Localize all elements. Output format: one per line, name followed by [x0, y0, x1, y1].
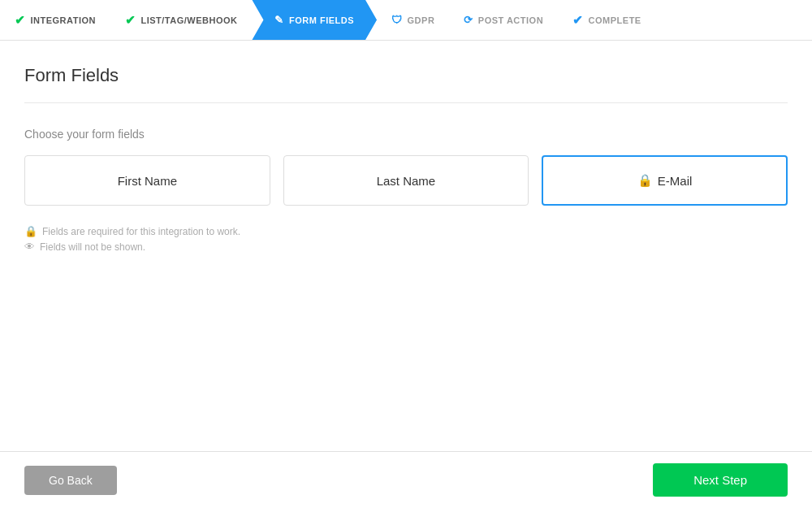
legend-item-hidden: 👁 Fields will not be shown.: [24, 241, 788, 253]
stepper: ✔ INTEGRATION ✔ LIST/TAG/WEBHOOK ✎ FORM …: [0, 0, 812, 41]
check-icon: ✔: [15, 13, 26, 28]
footer: Go Back Next Step: [0, 451, 812, 508]
go-back-button[interactable]: Go Back: [24, 466, 117, 495]
legend-text-required: Fields are required for this integration…: [42, 226, 240, 237]
lock-legend-icon: 🔒: [24, 225, 37, 237]
step-label: GDPR: [408, 15, 435, 25]
step-integration[interactable]: ✔ INTEGRATION: [0, 0, 110, 40]
step-complete[interactable]: ✔ COMPLETE: [558, 0, 656, 40]
field-card-first-name[interactable]: First Name: [24, 155, 270, 206]
step-list-tag-webhook[interactable]: ✔ LIST/TAG/WEBHOOK: [110, 0, 253, 40]
field-label: Last Name: [377, 174, 436, 188]
check-icon: ✔: [572, 13, 584, 28]
field-card-email[interactable]: 🔒 E-Mail: [542, 155, 788, 206]
section-label: Choose your form fields: [24, 128, 788, 141]
step-label: COMPLETE: [589, 15, 641, 25]
step-post-action[interactable]: ⟳ POST ACTION: [449, 0, 558, 40]
legend-item-required: 🔒 Fields are required for this integrati…: [24, 225, 788, 237]
page-title: Form Fields: [24, 65, 788, 103]
refresh-icon: ⟳: [464, 14, 473, 26]
check-icon: ✔: [125, 13, 136, 28]
step-label: POST ACTION: [478, 15, 543, 25]
step-form-fields[interactable]: ✎ FORM FIELDS: [252, 0, 377, 40]
shield-icon: 🛡: [391, 14, 403, 26]
legend: 🔒 Fields are required for this integrati…: [24, 225, 788, 253]
step-gdpr[interactable]: 🛡 GDPR: [377, 0, 449, 40]
step-label: FORM FIELDS: [289, 15, 354, 25]
fields-grid: First Name Last Name 🔒 E-Mail: [24, 155, 788, 206]
eye-legend-icon: 👁: [24, 241, 35, 253]
field-label: E-Mail: [658, 174, 693, 188]
edit-icon: ✎: [274, 14, 284, 26]
field-card-last-name[interactable]: Last Name: [283, 155, 529, 206]
main-content: Form Fields Choose your form fields Firs…: [0, 41, 812, 451]
field-label: First Name: [118, 174, 177, 188]
step-label: LIST/TAG/WEBHOOK: [140, 15, 237, 25]
legend-text-hidden: Fields will not be shown.: [40, 241, 145, 253]
step-label: INTEGRATION: [31, 15, 96, 25]
lock-icon: 🔒: [637, 173, 653, 188]
next-step-button[interactable]: Next Step: [653, 463, 788, 497]
